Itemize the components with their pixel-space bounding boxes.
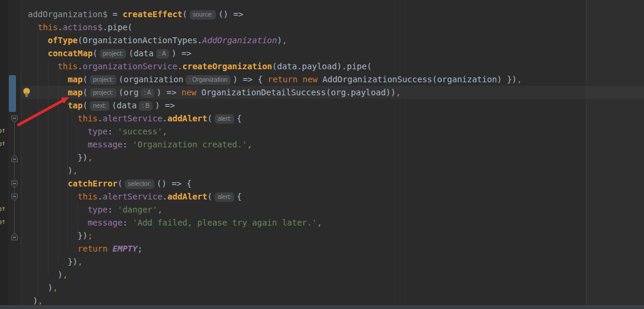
code-token: { — [237, 192, 241, 201]
fold-collapse-icon[interactable] — [11, 179, 18, 187]
code-line[interactable]: ), — [21, 268, 644, 281]
code-line[interactable]: message: 'Add failed, please try again l… — [21, 216, 644, 229]
code-line[interactable]: type: 'danger', — [21, 203, 644, 216]
code-token: tap — [67, 101, 82, 110]
code-line[interactable]: message: 'Organization created.', — [21, 138, 644, 151]
lightbulb-intention-icon[interactable] — [22, 87, 31, 100]
code-token: : — [122, 218, 132, 227]
code-token: message — [88, 218, 122, 227]
code-token: this — [77, 192, 98, 201]
code-token: { — [237, 114, 241, 123]
code-line[interactable]: map(project:(organization: Organization)… — [21, 73, 644, 86]
code-token: ; — [137, 244, 142, 253]
inspection-gutter-icon[interactable]: o↑ — [0, 127, 8, 137]
code-token: this — [38, 22, 58, 32]
code-token: this — [77, 114, 98, 123]
code-token: ( — [93, 49, 98, 58]
code-token: 'success' — [118, 127, 163, 136]
inlay-hint: : A — [141, 88, 154, 98]
code-token: , — [396, 88, 400, 97]
code-token: , — [53, 283, 57, 292]
fold-collapse-icon[interactable] — [11, 192, 18, 200]
code-token: createOrganization — [182, 62, 272, 71]
code-line[interactable]: ), — [21, 281, 644, 294]
code-line[interactable]: addOrganization$ = createEffect(source:(… — [21, 8, 644, 21]
fold-collapse-end-icon[interactable] — [11, 153, 18, 161]
code-line[interactable]: ), — [21, 164, 644, 177]
code-token: new — [182, 88, 196, 97]
code-token: ) => { — [233, 75, 268, 84]
code-line[interactable]: this.alertService.addAlert(alert:{ — [21, 190, 644, 203]
inspection-gutter-icon[interactable]: o↑ — [0, 140, 8, 150]
editor-gutter: o↑o↑o↑o↑ — [0, 0, 21, 309]
code-token: , — [73, 166, 77, 175]
code-token: return — [77, 244, 108, 253]
code-token: : — [122, 140, 132, 149]
code-token: (data — [128, 49, 153, 58]
editor-pane[interactable]: addOrganization$ = createEffect(source:(… — [0, 0, 644, 309]
code-token: addOrganization$ — [28, 9, 108, 19]
code-token: alertService — [102, 114, 162, 123]
code-token: concatMap — [48, 49, 93, 58]
code-line[interactable]: this.actions$.pipe( — [21, 21, 644, 34]
code-token: (OrganizationActionTypes. — [77, 36, 202, 45]
code-token: }) — [77, 231, 88, 240]
code-line[interactable]: ofType(OrganizationActionTypes.AddOrgani… — [21, 34, 644, 47]
code-token: : — [108, 127, 118, 136]
code-line[interactable]: concatMap(project:(data: A) => — [21, 47, 644, 60]
code-token: ( — [182, 9, 187, 19]
code-token: 'Organization created.' — [132, 140, 247, 149]
code-token: , — [77, 257, 82, 266]
code-token: ( — [207, 192, 212, 201]
code-token: actions$ — [63, 22, 102, 32]
inlay-hint: next: — [90, 101, 109, 111]
inspection-gutter-icon[interactable]: o↑ — [0, 218, 8, 228]
code-line[interactable]: return EMPTY; — [21, 242, 644, 255]
code-token: () => { — [157, 179, 192, 188]
code-line[interactable]: this.alertService.addAlert(alert:{ — [21, 112, 644, 125]
code-token: organizationService — [83, 62, 177, 71]
code-token: , — [88, 153, 92, 162]
code-token: , — [163, 127, 167, 136]
vcs-change-bar[interactable] — [9, 75, 16, 112]
code-token: map — [67, 75, 82, 84]
code-token: type — [88, 205, 108, 214]
code-token: (data — [112, 101, 137, 110]
code-line[interactable]: }), — [21, 151, 644, 164]
code-token: ( — [83, 75, 88, 84]
code-line[interactable]: type: 'success', — [21, 125, 644, 138]
code-token: ) — [33, 296, 37, 305]
code-line[interactable]: }); — [21, 229, 644, 242]
code-line[interactable]: catchError(selector:() => { — [21, 177, 644, 190]
code-token: alertService — [102, 192, 162, 201]
code-token: ) => — [155, 101, 175, 110]
code-token: addAlert — [167, 114, 207, 123]
gutter-separator — [21, 0, 21, 305]
inlay-hint: project: — [90, 75, 116, 85]
code-line[interactable]: map(project:(org: A) => new Organization… — [21, 86, 644, 99]
code-token: , — [63, 270, 67, 279]
code-token: ( — [118, 179, 122, 188]
code-token: addAlert — [167, 192, 207, 201]
breadcrumb-bar[interactable]: OrganizationEffects.ts > addOrganization… — [0, 305, 644, 309]
breadcrumb-text: OrganizationEffects.ts > addOrganization… — [0, 306, 644, 309]
code-token: ) — [67, 166, 72, 175]
code-token: catchError — [67, 179, 117, 188]
code-line[interactable]: this.organizationService.createOrganizat… — [21, 60, 644, 73]
code-token: (organization — [119, 75, 184, 84]
code-token: return new — [268, 75, 318, 84]
fold-collapse-end-icon[interactable] — [11, 231, 18, 239]
code-token: ) => — [157, 88, 182, 97]
inlay-hint: selector: — [125, 179, 154, 189]
code-token: AddOrganizationSuccess(organization) }) — [318, 75, 517, 84]
code-line[interactable]: tap(next:(data: B) => — [21, 99, 644, 112]
code-token: .pipe( — [102, 22, 132, 32]
inlay-hint: project: — [90, 88, 116, 98]
code-token: , — [517, 75, 522, 84]
fold-collapse-icon[interactable] — [11, 114, 18, 122]
code-line[interactable]: }), — [21, 255, 644, 268]
code-token: ( — [207, 114, 212, 123]
inspection-gutter-icon[interactable]: o↑ — [0, 205, 8, 215]
inlay-hint: : Organization — [186, 75, 230, 85]
inlay-hint: : B — [139, 101, 153, 111]
